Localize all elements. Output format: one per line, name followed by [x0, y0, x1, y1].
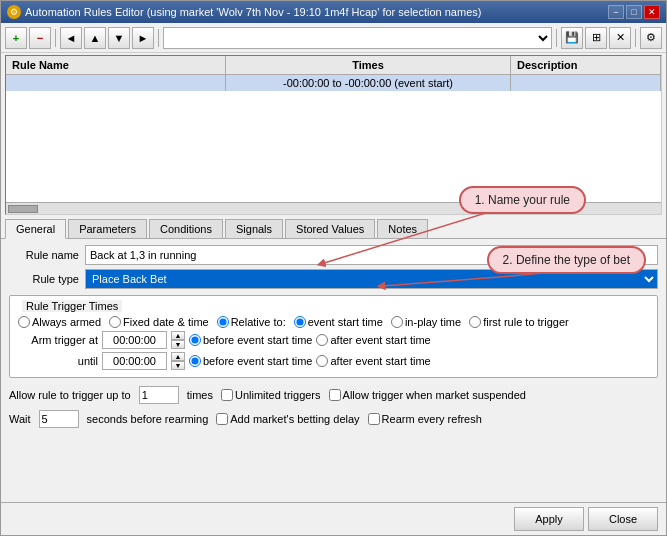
spin-up-2[interactable]: ▲: [171, 352, 185, 361]
always-armed-item: Always armed: [18, 316, 101, 328]
allow-label: Allow rule to trigger up to: [9, 389, 131, 401]
relative-to-item: Relative to:: [217, 316, 286, 328]
trigger-group: Rule Trigger Times Always armed Fixed da…: [9, 295, 658, 378]
settings-button[interactable]: ⚙: [640, 27, 662, 49]
rule-type-label: Rule type: [9, 273, 79, 285]
after-event-1-radio[interactable]: [316, 334, 328, 346]
event-start-label: event start time: [308, 316, 383, 328]
move-down-button[interactable]: ▼: [108, 27, 130, 49]
save-button[interactable]: 💾: [561, 27, 583, 49]
move-left-button[interactable]: ◄: [60, 27, 82, 49]
fixed-date-item: Fixed date & time: [109, 316, 209, 328]
fixed-date-radio[interactable]: [109, 316, 121, 328]
separator-3: [556, 29, 557, 47]
before-event-1-radio[interactable]: [189, 334, 201, 346]
col-description: Description: [511, 56, 661, 74]
window-icon: ⚙: [7, 5, 21, 19]
table-row[interactable]: -00:00:00 to -00:00:00 (event start): [6, 75, 661, 91]
seconds-label: seconds before rearming: [87, 413, 209, 425]
form-area: Rule name Rule type Place Back Bet Rule …: [1, 239, 666, 502]
tab-bar: General Parameters Conditions Signals St…: [1, 217, 666, 239]
after-event-2-item: after event start time: [316, 355, 430, 367]
footer: Apply Close: [1, 502, 666, 535]
minimize-button[interactable]: −: [608, 5, 624, 19]
tab-parameters[interactable]: Parameters: [68, 219, 147, 238]
arm-time-spinner[interactable]: ▲ ▼: [171, 331, 185, 349]
event-start-item: event start time: [294, 316, 383, 328]
annotation-name-rule: 1. Name your rule: [459, 186, 586, 214]
event-start-radio[interactable]: [294, 316, 306, 328]
bottom-row-2: Wait seconds before rearming Add market'…: [9, 410, 658, 428]
after-event-2-radio[interactable]: [316, 355, 328, 367]
first-rule-radio[interactable]: [469, 316, 481, 328]
unlimited-triggers-label: Unlimited triggers: [235, 389, 321, 401]
col-rule-name: Rule Name: [6, 56, 226, 74]
separator-1: [55, 29, 56, 47]
first-rule-label: first rule to trigger: [483, 316, 569, 328]
save-new-button[interactable]: ⊞: [585, 27, 607, 49]
close-window-button[interactable]: Close: [588, 507, 658, 531]
always-armed-radio[interactable]: [18, 316, 30, 328]
grid-header: Rule Name Times Description: [6, 56, 661, 75]
rule-name-cell: [6, 75, 226, 91]
move-right-button[interactable]: ►: [132, 27, 154, 49]
before-event-1-label: before event start time: [203, 334, 312, 346]
allow-count-input[interactable]: [139, 386, 179, 404]
wait-input[interactable]: [39, 410, 79, 428]
tab-conditions[interactable]: Conditions: [149, 219, 223, 238]
tab-stored-values[interactable]: Stored Values: [285, 219, 375, 238]
until-time-spinner[interactable]: ▲ ▼: [171, 352, 185, 370]
until-label: until: [18, 355, 98, 367]
before-event-2-item: before event start time: [189, 355, 312, 367]
separator-2: [158, 29, 159, 47]
title-bar: ⚙ Automation Rules Editor (using market …: [1, 1, 666, 23]
unlimited-triggers-item: Unlimited triggers: [221, 389, 321, 401]
spin-down-2[interactable]: ▼: [171, 361, 185, 370]
arm-trigger-label: Arm trigger at: [18, 334, 98, 346]
scrollbar-thumb[interactable]: [8, 205, 38, 213]
before-event-2-label: before event start time: [203, 355, 312, 367]
maximize-button[interactable]: □: [626, 5, 642, 19]
col-times: Times: [226, 56, 511, 74]
add-delay-checkbox[interactable]: [216, 413, 228, 425]
close-button[interactable]: ✕: [644, 5, 660, 19]
after-event-1-label: after event start time: [330, 334, 430, 346]
relative-to-label: Relative to:: [231, 316, 286, 328]
tab-general[interactable]: General: [5, 219, 66, 239]
unlimited-triggers-checkbox[interactable]: [221, 389, 233, 401]
until-time-input[interactable]: [102, 352, 167, 370]
tab-notes[interactable]: Notes: [377, 219, 428, 238]
relative-to-radio[interactable]: [217, 316, 229, 328]
always-armed-label: Always armed: [32, 316, 101, 328]
remove-button[interactable]: −: [29, 27, 51, 49]
bottom-row-1: Allow rule to trigger up to times Unlimi…: [9, 386, 658, 404]
in-play-item: in-play time: [391, 316, 461, 328]
after-event-1-item: after event start time: [316, 334, 430, 346]
rule-selector[interactable]: [163, 27, 552, 49]
description-cell: [511, 75, 661, 91]
delete-rule-button[interactable]: ✕: [609, 27, 631, 49]
before-event-2-radio[interactable]: [189, 355, 201, 367]
rearm-checkbox[interactable]: [368, 413, 380, 425]
fixed-date-label: Fixed date & time: [123, 316, 209, 328]
rearm-item: Rearm every refresh: [368, 413, 482, 425]
tab-signals[interactable]: Signals: [225, 219, 283, 238]
spin-down-1[interactable]: ▼: [171, 340, 185, 349]
move-up-button[interactable]: ▲: [84, 27, 106, 49]
rule-name-label: Rule name: [9, 249, 79, 261]
after-event-2-label: after event start time: [330, 355, 430, 367]
arm-time-input[interactable]: [102, 331, 167, 349]
in-play-radio[interactable]: [391, 316, 403, 328]
annotation-bet-type: 2. Define the type of bet: [487, 246, 646, 274]
add-button[interactable]: +: [5, 27, 27, 49]
add-delay-label: Add market's betting delay: [230, 413, 359, 425]
spin-up-1[interactable]: ▲: [171, 331, 185, 340]
apply-button[interactable]: Apply: [514, 507, 584, 531]
allow-suspended-checkbox[interactable]: [329, 389, 341, 401]
times-cell: -00:00:00 to -00:00:00 (event start): [226, 75, 511, 91]
add-delay-item: Add market's betting delay: [216, 413, 359, 425]
until-row: until ▲ ▼ before event start time after …: [18, 352, 649, 370]
rearm-label: Rearm every refresh: [382, 413, 482, 425]
trigger-type-row: Always armed Fixed date & time Relative …: [18, 316, 649, 328]
toolbar: + − ◄ ▲ ▼ ► 💾 ⊞ ✕ ⚙: [1, 23, 666, 53]
